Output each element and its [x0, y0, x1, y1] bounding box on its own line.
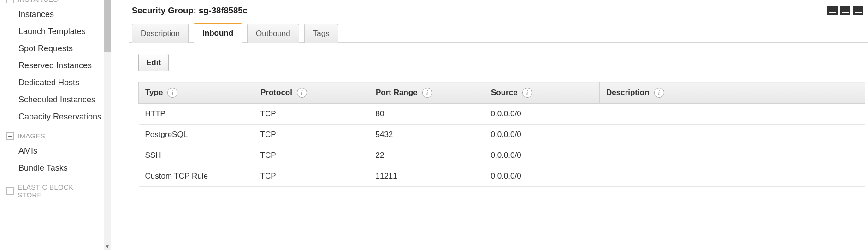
- info-icon[interactable]: i: [522, 88, 532, 98]
- nav-section-header-images[interactable]: IMAGES: [6, 132, 111, 140]
- col-port-range: Port Rangei: [369, 82, 484, 104]
- panel-title-row: Security Group: sg-38f8585c: [129, 0, 868, 23]
- cell-description: [600, 104, 865, 125]
- collapse-icon[interactable]: [6, 132, 14, 140]
- col-type-label: Type: [145, 88, 163, 97]
- cell-source: 0.0.0.0/0: [484, 125, 600, 145]
- info-icon[interactable]: i: [297, 88, 307, 98]
- collapse-icon[interactable]: [6, 0, 14, 3]
- vertical-divider: [119, 0, 119, 250]
- tab-description[interactable]: Description: [132, 24, 189, 43]
- panel-title: Security Group: sg-38f8585c: [132, 6, 248, 16]
- sidebar: ▼ INSTANCES Instances Launch Templates S…: [0, 0, 111, 250]
- sidebar-item-capacity-reservations[interactable]: Capacity Reservations: [18, 108, 111, 125]
- cell-protocol: TCP: [254, 104, 369, 125]
- cell-port: 5432: [369, 125, 484, 145]
- cell-source: 0.0.0.0/0: [484, 145, 600, 166]
- table-header-row: Typei Protocoli Port Rangei Sourcei Desc…: [139, 82, 865, 104]
- cell-protocol: TCP: [254, 145, 369, 166]
- cell-protocol: TCP: [254, 166, 369, 187]
- sidebar-item-scheduled-instances[interactable]: Scheduled Instances: [18, 91, 111, 108]
- sidebar-item-instances[interactable]: Instances: [18, 6, 111, 23]
- info-icon[interactable]: i: [422, 88, 432, 98]
- main-panel: Security Group: sg-38f8585c Description …: [129, 0, 868, 250]
- tab-outbound[interactable]: Outbound: [247, 24, 299, 43]
- edit-button[interactable]: Edit: [138, 54, 169, 71]
- table-row[interactable]: HTTP TCP 80 0.0.0.0/0: [139, 104, 865, 125]
- tab-content-inbound: Edit Typei Protocoli Port Rangei Sourcei…: [129, 43, 868, 187]
- tab-tags[interactable]: Tags: [304, 24, 338, 43]
- col-port-range-label: Port Range: [376, 88, 418, 97]
- nav-section-header-instances[interactable]: INSTANCES: [6, 0, 111, 3]
- cell-description: [600, 125, 865, 145]
- sidebar-item-dedicated-hosts[interactable]: Dedicated Hosts: [18, 74, 111, 91]
- cell-protocol: TCP: [254, 125, 369, 145]
- col-source: Sourcei: [484, 82, 600, 104]
- col-type: Typei: [139, 82, 254, 104]
- sidebar-item-reserved-instances[interactable]: Reserved Instances: [18, 57, 111, 74]
- col-protocol: Protocoli: [254, 82, 369, 104]
- minimize-panel-icon[interactable]: [827, 6, 838, 15]
- sidebar-item-amis[interactable]: AMIs: [18, 143, 111, 160]
- nav-section-title: INSTANCES: [18, 0, 58, 3]
- tab-inbound[interactable]: Inbound: [194, 23, 242, 43]
- restore-panel-icon[interactable]: [840, 6, 850, 15]
- cell-source: 0.0.0.0/0: [484, 104, 600, 125]
- cell-port: 80: [369, 104, 484, 125]
- cell-type: PostgreSQL: [139, 125, 254, 145]
- info-icon[interactable]: i: [167, 88, 177, 98]
- table-row[interactable]: SSH TCP 22 0.0.0.0/0: [139, 145, 865, 166]
- sidebar-item-launch-templates[interactable]: Launch Templates: [18, 23, 111, 40]
- sidebar-item-spot-requests[interactable]: Spot Requests: [18, 40, 111, 57]
- sidebar-item-bundle-tasks[interactable]: Bundle Tasks: [18, 160, 111, 177]
- cell-port: 22: [369, 145, 484, 166]
- info-icon[interactable]: i: [654, 88, 664, 98]
- table-row[interactable]: Custom TCP Rule TCP 11211 0.0.0.0/0: [139, 166, 865, 187]
- cell-type: SSH: [139, 145, 254, 166]
- rules-table: Typei Protocoli Port Rangei Sourcei Desc…: [138, 82, 865, 187]
- cell-source: 0.0.0.0/0: [484, 166, 600, 187]
- scrollbar-thumb[interactable]: [104, 0, 111, 52]
- col-description-label: Description: [606, 88, 650, 97]
- tabs: Description Inbound Outbound Tags: [129, 23, 868, 43]
- nav-section-title: ELASTIC BLOCK STORE: [18, 183, 82, 199]
- table-row[interactable]: PostgreSQL TCP 5432 0.0.0.0/0: [139, 125, 865, 145]
- col-protocol-label: Protocol: [260, 88, 292, 97]
- nav-section-title: IMAGES: [18, 132, 45, 140]
- maximize-panel-icon[interactable]: [853, 6, 863, 15]
- cell-description: [600, 166, 865, 187]
- col-source-label: Source: [491, 88, 518, 97]
- cell-description: [600, 145, 865, 166]
- collapse-icon[interactable]: [6, 187, 14, 195]
- col-description: Descriptioni: [600, 82, 865, 104]
- cell-type: Custom TCP Rule: [139, 166, 254, 187]
- nav-section-header-ebs[interactable]: ELASTIC BLOCK STORE: [6, 183, 111, 199]
- cell-type: HTTP: [139, 104, 254, 125]
- scrollbar-down-arrow[interactable]: ▼: [104, 244, 111, 250]
- cell-port: 11211: [369, 166, 484, 187]
